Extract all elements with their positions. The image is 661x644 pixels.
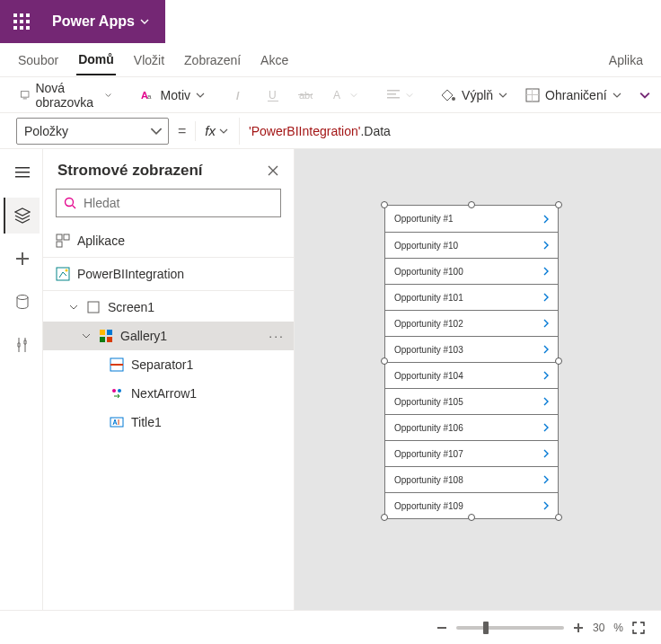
chevron-down-icon[interactable] xyxy=(68,303,79,312)
database-icon xyxy=(14,294,31,310)
gallery-row[interactable]: Opportunity #101 xyxy=(385,284,558,310)
strike-button[interactable]: abc xyxy=(295,84,316,106)
fill-icon xyxy=(442,88,456,102)
gallery-row-title: Opportunity #100 xyxy=(394,267,463,277)
chevron-right-icon xyxy=(542,397,551,406)
tree-item-nextarrow1[interactable]: NextArrow1 xyxy=(43,379,294,408)
tree-label: Gallery1 xyxy=(120,329,167,343)
underline-button[interactable]: U xyxy=(262,84,284,106)
fit-screen-icon[interactable] xyxy=(632,622,645,634)
svg-rect-32 xyxy=(16,258,29,260)
selection-handle[interactable] xyxy=(555,357,562,365)
chevron-down-icon xyxy=(613,91,621,100)
zoom-out-icon[interactable] xyxy=(436,622,447,633)
menu-right-truncated[interactable]: Aplika xyxy=(607,46,645,75)
selection-handle[interactable] xyxy=(381,514,388,521)
gallery-row[interactable]: Opportunity #105 xyxy=(385,388,558,414)
menu-insert[interactable]: Vložit xyxy=(132,46,166,75)
selection-handle[interactable] xyxy=(555,514,562,521)
svg-rect-35 xyxy=(57,234,62,240)
selection-handle[interactable] xyxy=(468,514,475,521)
menu-home[interactable]: Domů xyxy=(76,45,116,75)
tree-view-button[interactable] xyxy=(4,198,40,234)
app-title-dropdown[interactable]: Power Apps xyxy=(43,0,158,43)
app-launcher[interactable] xyxy=(0,0,43,43)
svg-rect-19 xyxy=(387,90,400,92)
tree-item-gallery1[interactable]: Gallery1 ··· xyxy=(43,322,294,350)
gallery-row[interactable]: Opportunity #1 xyxy=(385,206,558,232)
align-button[interactable] xyxy=(383,84,417,106)
menu-actions[interactable]: Akce xyxy=(259,46,290,75)
gallery-row[interactable]: Opportunity #10 xyxy=(385,232,558,258)
zoom-slider-thumb[interactable] xyxy=(483,622,489,634)
gallery-row-title: Opportunity #102 xyxy=(394,319,463,329)
gallery-row-title: Opportunity #109 xyxy=(394,501,463,511)
svg-rect-41 xyxy=(100,330,105,335)
insert-button[interactable] xyxy=(4,241,40,277)
hamburger-button[interactable] xyxy=(4,154,40,190)
svg-rect-42 xyxy=(107,330,112,335)
property-selector[interactable]: Položky xyxy=(16,118,169,145)
gallery-row[interactable]: Opportunity #108 xyxy=(385,466,558,492)
plus-icon xyxy=(14,251,31,267)
tree-label: Title1 xyxy=(131,415,162,429)
tools-button[interactable] xyxy=(4,327,40,363)
border-button[interactable]: Ohraničení xyxy=(522,84,624,106)
svg-rect-40 xyxy=(88,302,99,313)
chevron-down-icon xyxy=(105,91,111,100)
tree-label: Separator1 xyxy=(131,357,193,372)
fx-button[interactable]: fx xyxy=(205,118,240,145)
gallery-row-title: Opportunity #108 xyxy=(394,475,463,485)
svg-rect-25 xyxy=(532,89,533,101)
bold-button[interactable]: / xyxy=(230,84,251,106)
chevron-down-icon xyxy=(639,90,650,101)
selection-handle[interactable] xyxy=(468,201,475,208)
new-screen-button[interactable]: Nová obrazovka xyxy=(16,77,116,113)
theme-button[interactable]: Aa Motiv xyxy=(137,84,208,106)
svg-rect-9 xyxy=(21,91,29,96)
chevron-down-icon xyxy=(406,92,413,99)
svg-rect-10 xyxy=(23,98,27,99)
formula-input[interactable]: 'PowerBIIntegration'.Data xyxy=(249,118,645,145)
tree-item-screen1[interactable]: Screen1 xyxy=(43,293,294,322)
menu-view[interactable]: Zobrazení xyxy=(182,46,242,75)
close-icon[interactable] xyxy=(267,164,279,177)
selection-handle[interactable] xyxy=(555,201,562,208)
zoom-slider[interactable] xyxy=(456,626,564,630)
formula-property: .Data xyxy=(360,124,390,138)
gallery-row[interactable]: Opportunity #107 xyxy=(385,440,558,466)
selection-handle[interactable] xyxy=(381,357,388,365)
svg-rect-7 xyxy=(20,26,23,30)
gallery-row-title: Opportunity #104 xyxy=(394,371,463,381)
svg-rect-36 xyxy=(64,234,69,240)
data-button[interactable] xyxy=(4,284,40,320)
gallery-icon xyxy=(99,329,113,343)
gallery-row[interactable]: Opportunity #104 xyxy=(385,362,558,388)
gallery-row[interactable]: Opportunity #103 xyxy=(385,336,558,362)
svg-rect-37 xyxy=(57,242,62,247)
svg-rect-2 xyxy=(26,13,30,17)
theme-label: Motiv xyxy=(161,88,190,102)
design-canvas[interactable]: Opportunity #1Opportunity #10Opportunity… xyxy=(295,149,661,610)
font-color-button[interactable]: A xyxy=(327,84,361,106)
selection-handle[interactable] xyxy=(381,201,388,208)
svg-rect-6 xyxy=(13,26,17,30)
search-input[interactable] xyxy=(82,195,273,211)
gallery-row[interactable]: Opportunity #106 xyxy=(385,414,558,440)
gallery-row[interactable]: Opportunity #102 xyxy=(385,310,558,336)
fill-label: Výplň xyxy=(462,88,493,102)
tree-search[interactable] xyxy=(56,189,281,217)
more-icon[interactable]: ··· xyxy=(269,329,285,343)
tree-item-app[interactable]: Aplikace xyxy=(43,226,294,255)
gallery-preview[interactable]: Opportunity #1Opportunity #10Opportunity… xyxy=(384,205,559,519)
gallery-row[interactable]: Opportunity #100 xyxy=(385,258,558,284)
toolbar-overflow[interactable] xyxy=(636,86,654,104)
svg-rect-20 xyxy=(387,93,396,95)
fill-button[interactable]: Výplň xyxy=(438,84,511,106)
tree-item-separator1[interactable]: Separator1 xyxy=(43,350,294,379)
tree-item-title1[interactable]: Title1 xyxy=(43,408,294,437)
chevron-down-icon[interactable] xyxy=(81,331,92,340)
zoom-in-icon[interactable] xyxy=(573,622,584,633)
menu-file[interactable]: Soubor xyxy=(16,46,60,75)
tree-item-powerbi[interactable]: PowerBIIntegration xyxy=(43,260,294,288)
